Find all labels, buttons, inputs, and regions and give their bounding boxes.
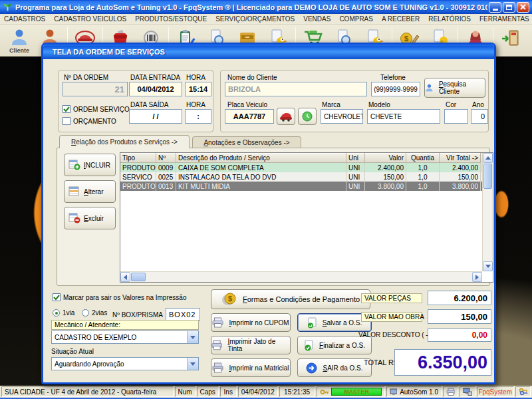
cell-vlr-total: 3.800,00 bbox=[440, 182, 481, 191]
products-panel: INCLUIR Alterar Excluir Tipo Nº bbox=[57, 148, 490, 286]
brand-field[interactable]: CHEVROLET bbox=[321, 109, 363, 124]
finalize-os-button[interactable]: Finalizar a O.S. bbox=[297, 336, 372, 354]
excluir-label: Excluir bbox=[84, 215, 104, 222]
orcamento-checkbox[interactable]: ORÇAMENTO bbox=[63, 117, 116, 125]
dropdown-button[interactable] bbox=[187, 331, 198, 343]
cell-numero: 0009 bbox=[156, 163, 176, 172]
year-field[interactable]: 0 bbox=[471, 109, 488, 124]
table-row[interactable]: SERVICO 0025 INSTALACAO DA TELA DO DVD U… bbox=[120, 172, 482, 182]
exit-os-label: SAIR da O.S. bbox=[323, 364, 362, 372]
parts-value-field[interactable]: 6.200,00 bbox=[428, 291, 491, 305]
scroll-right-button[interactable] bbox=[472, 272, 482, 282]
total-label: TOTAL R$ bbox=[364, 358, 398, 366]
grid-edit-icon bbox=[68, 186, 80, 197]
via1-radio[interactable]: 1via bbox=[53, 309, 74, 317]
toolbar-button-cliente[interactable]: Cliente bbox=[4, 26, 35, 57]
client-name-field[interactable]: BRIZOLA bbox=[225, 82, 367, 96]
ordem-servico-checkbox[interactable]: ORDEM SERVIÇO bbox=[63, 105, 130, 113]
search-client-button[interactable]: Pesquisa Cliente bbox=[424, 78, 485, 98]
minimize-button[interactable] bbox=[489, 2, 501, 13]
plate-field[interactable]: AAA7787 bbox=[225, 109, 274, 124]
arrow-down-icon bbox=[485, 265, 491, 268]
dropdown-button[interactable] bbox=[187, 358, 198, 370]
order-group: Nº DA ORDEM 21 DATA ENTRADA 04/04/2012 H… bbox=[58, 70, 213, 132]
tab-anotacoes[interactable]: Anotações e Observações -> bbox=[192, 136, 301, 148]
print-inkjet-button[interactable]: Imprimir Jato de Tinta bbox=[211, 336, 291, 354]
table-row[interactable]: PRODUTO 0009 CAIXA DE SOM COMPLETA UNI 2… bbox=[120, 163, 482, 172]
print-cupom-button[interactable]: Imprimir no CUPOM bbox=[211, 313, 291, 332]
restore-button[interactable] bbox=[503, 2, 515, 13]
total-field[interactable]: 6.350,00 bbox=[394, 349, 491, 376]
menu-servico-orcamentos[interactable]: SERVIÇO/ORÇAMENTOS bbox=[215, 15, 295, 23]
exit-door-icon bbox=[500, 28, 521, 48]
blue-arrow-icon bbox=[306, 362, 317, 374]
color-field[interactable] bbox=[444, 109, 468, 124]
col-tipo: Tipo bbox=[120, 153, 156, 163]
mechanic-select[interactable]: CADASTRO DE EXEMPLO bbox=[51, 331, 199, 344]
payment-button[interactable]: $ Formas e Condições de Pagamento bbox=[211, 289, 370, 309]
minimize-icon bbox=[493, 9, 498, 11]
cell-numero: 0013 bbox=[156, 182, 176, 191]
incluir-label: INCLUIR bbox=[84, 162, 110, 169]
ordem-servico-label: ORDEM SERVIÇO bbox=[73, 106, 130, 113]
horizontal-scroll-thumb[interactable] bbox=[131, 273, 146, 281]
menu-cadastro-veiculos[interactable]: CADASTRO VEICULOS bbox=[54, 15, 126, 23]
col-quantia: Quantia bbox=[406, 153, 440, 163]
menu-vendas[interactable]: VENDAS bbox=[303, 15, 331, 23]
cell-valor: 3.800,00 bbox=[365, 182, 406, 191]
close-button[interactable] bbox=[517, 2, 529, 13]
table-row-selected[interactable]: PRODUTO 0013 KIT MULTI MIDIA UNI 3.800,0… bbox=[120, 182, 482, 191]
print-values-checkbox[interactable]: Marcar para sair os Valores na Impressão bbox=[53, 293, 186, 301]
discount-field[interactable]: 0,00 bbox=[428, 329, 491, 342]
scroll-down-button[interactable] bbox=[483, 261, 493, 271]
menu-relatorios[interactable]: RELATÓRIOS bbox=[428, 15, 471, 23]
labor-value-label: VALOR MAO OBRA bbox=[361, 312, 422, 322]
excluir-button[interactable]: Excluir bbox=[64, 207, 116, 229]
alterar-button[interactable]: Alterar bbox=[64, 180, 116, 203]
menu-cadastros[interactable]: CADASTROS bbox=[4, 15, 45, 23]
tab-produtos-servicos[interactable]: Relação dos Produtos e Serviços -> bbox=[59, 135, 190, 148]
cell-tipo: SERVICO bbox=[120, 172, 156, 182]
svg-text:$: $ bbox=[404, 35, 408, 43]
menu-a-receber[interactable]: A RECEBER bbox=[382, 15, 420, 23]
printer-icon bbox=[446, 388, 455, 396]
scroll-left-button[interactable] bbox=[120, 272, 130, 282]
arrow-up-icon bbox=[485, 156, 491, 160]
chevron-down-icon bbox=[190, 362, 196, 366]
model-field[interactable]: CHEVETE bbox=[367, 109, 440, 124]
entry-date-field[interactable]: 04/04/2012 bbox=[129, 82, 182, 96]
vehicle-button[interactable] bbox=[277, 108, 295, 125]
scroll-up-button[interactable] bbox=[483, 153, 493, 163]
labor-value-field[interactable]: 150,00 bbox=[428, 309, 491, 324]
exit-os-button[interactable]: SAIR da O.S. bbox=[297, 358, 372, 377]
vertical-scroll-thumb[interactable] bbox=[483, 164, 492, 189]
menu-ferramentas[interactable]: FERRAMENTAS bbox=[479, 15, 529, 23]
menu-produtos-estoque[interactable]: PRODUTOS/ESTOQUE bbox=[135, 15, 207, 23]
entry-time-field[interactable]: 15:14 bbox=[185, 82, 211, 96]
cell-valor: 150,00 bbox=[365, 172, 406, 182]
brand-label: Marca bbox=[322, 101, 340, 108]
color-label: Cor bbox=[446, 101, 456, 108]
print-matrix-button[interactable]: Imprimir na Matricial bbox=[211, 358, 291, 377]
via2-radio[interactable]: 2vias bbox=[82, 309, 107, 317]
exit-time-field[interactable]: : bbox=[185, 109, 211, 124]
incluir-button[interactable]: INCLUIR bbox=[64, 154, 116, 176]
printer-icon bbox=[212, 317, 223, 328]
exit-date-field[interactable]: / / bbox=[129, 109, 182, 124]
status-network-panel[interactable] bbox=[460, 386, 475, 397]
situation-select[interactable]: Aguardando Aprovação bbox=[51, 357, 199, 370]
cell-uni: UNI bbox=[346, 172, 365, 182]
restore-icon bbox=[506, 5, 512, 10]
toolbar-button-sair[interactable] bbox=[495, 26, 526, 57]
status-printer-panel[interactable] bbox=[443, 386, 458, 397]
menu-compras[interactable]: COMPRAS bbox=[339, 15, 373, 23]
history-button[interactable] bbox=[298, 108, 317, 125]
phone-field[interactable]: (99)9999-9999 bbox=[371, 82, 420, 96]
status-keys-panel[interactable] bbox=[515, 386, 531, 397]
order-number-field[interactable]: 21 bbox=[63, 82, 128, 96]
vertical-scrollbar[interactable] bbox=[482, 153, 493, 271]
box-prisma-field[interactable]: BOX02 bbox=[166, 308, 200, 321]
client-name-label: Nome do Cliente bbox=[227, 74, 277, 81]
horizontal-scrollbar[interactable] bbox=[120, 271, 482, 282]
window-titlebar: Programa para Loja de AutoSom e Tuning v… bbox=[0, 0, 532, 14]
